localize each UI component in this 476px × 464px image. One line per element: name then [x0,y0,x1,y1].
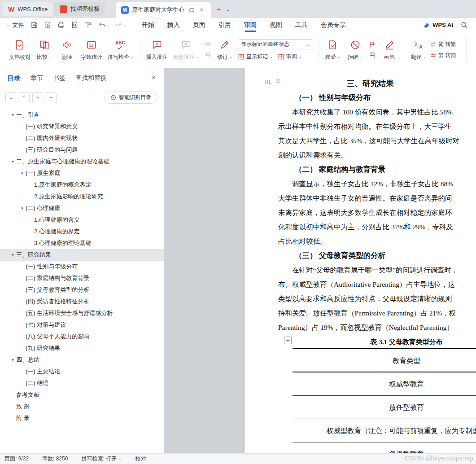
previous-comment-icon[interactable] [204,40,211,48]
toc-item[interactable]: ▾(九) 研究结果 [0,342,164,354]
show-markup-button[interactable]: 显示标记 ⌄ [238,53,273,61]
compare-button[interactable]: 比较⌄ [33,38,56,62]
traditional-to-simplified-button[interactable]: 繁 转简 [430,52,463,59]
menu-review[interactable]: 审阅 [244,18,257,32]
toc-item[interactable]: ▾(五) 生活环境安全感与舒适感分析 [0,307,164,319]
page-indicator[interactable]: 页面: 9/22 [4,455,29,463]
proofread-button[interactable]: 校对 [135,455,146,463]
print-preview-icon[interactable] [71,21,79,29]
word-count-button[interactable]: 12 字数统计 [78,38,105,62]
toc-item[interactable]: ▾四、总结 [0,354,164,366]
spellcheck-toggle[interactable]: 拼写检查: 打开 ⌄ [81,455,122,463]
toc-expand-caret-icon[interactable]: ▾ [9,159,16,164]
toc-expand-caret-icon[interactable]: ▾ [19,171,26,175]
heading-level-badge[interactable]: H1 [265,80,271,85]
delete-comment-button[interactable]: 删除批注⌄ [170,38,202,62]
toc-item[interactable]: ▾(二) 家庭结构与教育背景 [0,272,164,284]
doc-proofing-button[interactable]: 文档校对 [6,38,33,62]
ink-brush-button[interactable]: 画笔 [378,38,401,62]
toc-zoom-out-button[interactable]: － [46,92,57,103]
sidebar-tab-contents[interactable]: 目录 [7,74,21,83]
toc-item[interactable]: ▾(四) 受访者性格特征分析 [0,296,164,307]
toc-item[interactable]: ▾(三) 研究目的与问题 [0,144,164,156]
review-pane-button[interactable]: 审阅 ⌄ [278,53,302,61]
print-icon[interactable] [57,21,65,29]
menu-view[interactable]: 视图 [270,18,282,32]
toc-item[interactable]: ▾(二) 心理健康 [0,202,164,214]
tab-document-active[interactable]: W 原生家庭对大学生心理健康影 × [116,2,211,18]
next-comment-icon[interactable] [204,51,211,59]
tab-docer-templates[interactable]: 找稻壳模板 [54,2,105,16]
restrict-editing-button[interactable]: 限 [470,38,476,62]
menu-member[interactable]: 会员专享 [321,18,346,32]
toc-item[interactable]: ▾参考文献 [0,389,164,401]
sidebar-tab-bookmarks[interactable]: 书签 [53,74,66,82]
toc-zoom-in-button[interactable]: ＋ [32,92,43,103]
undo-caret-icon[interactable]: ⌄ [107,23,110,27]
toc-expand-caret-icon[interactable]: ▾ [9,358,16,362]
sidebar-tab-find-replace[interactable]: 查找和替换 [75,74,107,82]
translate-button[interactable]: 文A 翻译⌄ [407,38,430,62]
menu-page[interactable]: 页面 [193,18,205,32]
menu-insert[interactable]: 插入 [167,18,180,32]
toc-item[interactable]: ▾一、引言 [0,109,164,121]
tab-wps-office[interactable]: W WPS Office [3,2,53,16]
toc-item[interactable]: ▾(一) 性别与年级分布 [0,261,164,272]
toc-item[interactable]: ▾二、原生家庭与心理健康的理论基础 [0,156,164,167]
save-icon[interactable] [31,21,38,29]
word-count-indicator[interactable]: 字数: 8250 [42,455,68,463]
toc-item[interactable]: ▾2.原生家庭影响的理论研究 [0,191,164,202]
document-page[interactable]: H1 ⠿ 三、研究结果 （一） 性别与年级分布本研究共收集了 100 份有效问卷… [245,68,476,453]
menu-reference[interactable]: 引用 [218,18,231,32]
search-icon[interactable] [460,21,468,29]
toc-expand-caret-icon[interactable]: ▾ [9,253,16,257]
file-menu-button[interactable]: ≡ 文件 [0,21,30,29]
toc-collapse-all-button[interactable]: ⌃ [19,92,30,103]
toc-expand-caret-icon[interactable]: ▾ [19,206,26,210]
track-changes-button[interactable]: 修订⌄ [214,38,236,62]
wps-ai-button[interactable]: WPS AI [423,22,453,29]
export-pdf-icon[interactable] [44,21,52,29]
menu-tools[interactable]: 工具 [295,18,308,32]
toc-item[interactable]: ▾(三) 父母教育类型的分析 [0,284,164,296]
read-aloud-button[interactable]: 朗读 [56,38,78,62]
toc-item[interactable]: ▾(二) 国内外研究现状 [0,132,164,144]
format-painter-icon[interactable] [84,21,92,29]
previous-change-icon[interactable] [369,40,376,48]
toc-item[interactable]: ▾(二) 结语 [0,377,164,389]
toc-item[interactable]: ▾附 录 [0,412,164,424]
toc-item[interactable]: ▾致 谢 [0,401,164,412]
toc-item[interactable]: ▾3.心理健康的理论基础 [0,237,164,249]
tab-close-icon[interactable]: × [197,6,205,14]
sidebar-tab-chapters[interactable]: 章节 [31,74,43,82]
toc-item[interactable]: ▾1.心理健康的含义 [0,214,164,226]
tab-window-mode-icon[interactable] [188,6,196,14]
redo-caret-icon[interactable]: ⌄ [123,23,127,27]
insert-comment-button[interactable]: 插入批注 [144,38,170,62]
table-move-handle[interactable]: ✛ [284,337,292,344]
reject-button[interactable]: 拒绝⌄ [344,38,367,62]
sidebar-close-icon[interactable]: × [152,74,156,82]
menu-home[interactable]: 开始 [142,18,154,32]
paragraph-drag-handle-icon[interactable]: ⠿ [276,78,280,85]
toc-item[interactable]: ▾(八) 父母个人能力的影响 [0,331,164,342]
tab-list-caret-icon[interactable]: ⌄ [226,7,230,13]
toc-item[interactable]: ▾1.原生家庭的概念界定 [0,179,164,191]
toc-item[interactable]: ▾2.心理健康的界定 [0,226,164,237]
toc-item[interactable]: ▾(七) 对策与建议 [0,319,164,331]
undo-icon[interactable] [98,21,106,29]
simplified-to-traditional-button[interactable]: 简 转繁 [430,40,463,48]
toc-item[interactable]: ▾(一) 主要结论 [0,366,164,377]
toc-item[interactable]: ▾(一) 原生家庭 [0,167,164,179]
toc-expand-all-button[interactable]: ⌄ [5,92,16,103]
toc-item[interactable]: ▾三、研究结果 [0,249,164,261]
toc-item[interactable]: ▾(一) 研究背景和意义 [0,121,164,132]
spell-check-button[interactable]: ABC 拼写检查⌄ [105,38,137,62]
next-change-icon[interactable] [369,51,376,59]
toc-expand-caret-icon[interactable]: ▾ [9,113,16,117]
smart-toc-button[interactable]: 智能识别目录 [104,92,157,104]
new-tab-button[interactable]: ＋ [215,5,222,13]
accept-button[interactable]: 接受⌄ [322,38,344,62]
markup-state-select[interactable]: 显示标记的最终状态 ⌄ [238,39,313,49]
redo-icon[interactable] [114,21,122,29]
